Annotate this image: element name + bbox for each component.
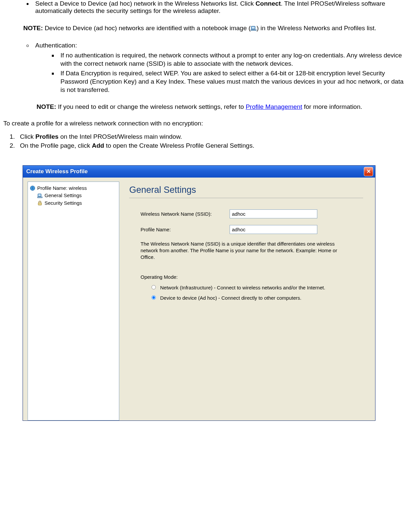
auth-label: Authentication:: [35, 42, 77, 49]
content-panel: General Settings Wireless Network Name (…: [119, 182, 370, 420]
list-item: Authentication: If no authentication is …: [33, 42, 409, 94]
dialog-body: Profile Name: wireless General Settings …: [23, 178, 375, 420]
text: On the Profile page, click: [20, 142, 92, 149]
dialog-title: Create Wireless Profile: [26, 168, 88, 175]
note-text: for more information.: [302, 103, 362, 110]
create-wireless-profile-dialog: Create Wireless Profile ✕ Profile Name: …: [23, 165, 375, 421]
sidebar-profile-label: Profile Name: wireless: [37, 185, 87, 192]
ssid-description: The Wireless Network Name (SSID) is a un…: [141, 241, 340, 261]
profile-name-row: Profile Name:: [141, 225, 363, 234]
sidebar-general-row[interactable]: General Settings: [37, 192, 117, 199]
lock-icon: [37, 200, 43, 206]
profiles-bold: Profiles: [35, 133, 58, 140]
radio-adhoc-label: Device to device (Ad hoc) - Connect dire…: [160, 295, 301, 301]
svg-rect-1: [252, 27, 255, 29]
profile-name-label: Profile Name:: [141, 227, 230, 232]
ssid-row: Wireless Network Name (SSID):: [141, 209, 363, 218]
note-label: NOTE:: [23, 25, 43, 32]
note-adhoc-icon: NOTE: Device to Device (ad hoc) networks…: [23, 24, 409, 33]
sidebar-security-label: Security Settings: [45, 199, 82, 207]
svg-rect-5: [39, 194, 41, 196]
notebook-icon: [251, 25, 257, 30]
radio-infrastructure[interactable]: [152, 285, 156, 289]
dialog-screenshot: Create Wireless Profile ✕ Profile Name: …: [23, 165, 409, 421]
radio-adhoc-row[interactable]: Device to device (Ad hoc) - Connect dire…: [150, 295, 336, 301]
radio-infrastructure-row[interactable]: Network (Infrastructure) - Connect to wi…: [150, 284, 336, 291]
radio-adhoc[interactable]: [152, 295, 156, 300]
text: to open the Create Wireless Profile Gene…: [104, 142, 254, 149]
close-button[interactable]: ✕: [364, 167, 373, 176]
list-item: Select a Device to Device (ad hoc) netwo…: [33, 0, 409, 15]
svg-rect-2: [251, 30, 257, 31]
text: on the Intel PROSet/Wireless main window…: [58, 133, 182, 140]
text: Select a Device to Device (ad hoc) netwo…: [35, 0, 256, 7]
add-bold: Add: [92, 142, 104, 149]
sidebar-general-label: General Settings: [45, 192, 82, 199]
sidebar: Profile Name: wireless General Settings …: [28, 182, 119, 420]
sidebar-profile-row[interactable]: Profile Name: wireless: [30, 185, 117, 192]
globe-icon: [30, 186, 35, 191]
notebook-icon: [37, 193, 43, 198]
profile-name-input[interactable]: [230, 225, 317, 234]
note-text: If you need to edit or change the wirele…: [56, 103, 246, 110]
titlebar: Create Wireless Profile ✕: [23, 166, 375, 178]
note-profile-mgmt: NOTE: If you need to edit or change the …: [37, 103, 409, 111]
list-item: If Data Encryption is required, select W…: [58, 69, 409, 94]
radio-infrastructure-label: Network (Infrastructure) - Connect to wi…: [160, 284, 325, 291]
auth-list: Authentication: If no authentication is …: [3, 42, 409, 94]
form-area: Wireless Network Name (SSID): Profile Na…: [129, 209, 363, 301]
intro-text: To create a profile for a wireless netwo…: [3, 120, 409, 127]
ad-hoc-select-list: Select a Device to Device (ad hoc) netwo…: [3, 0, 409, 15]
profile-management-link[interactable]: Profile Management: [246, 103, 302, 110]
list-item: On the Profile page, click Add to open t…: [17, 141, 409, 150]
ssid-label: Wireless Network Name (SSID):: [141, 211, 230, 217]
sidebar-security-row[interactable]: Security Settings: [37, 199, 117, 207]
list-item: If no authentication is required, the ne…: [58, 51, 409, 68]
svg-rect-7: [38, 203, 42, 205]
svg-rect-6: [37, 197, 43, 198]
ssid-input[interactable]: [230, 209, 317, 218]
note-text: Device to Device (ad hoc) networks are i…: [43, 25, 251, 32]
content-title: General Settings: [129, 185, 363, 198]
connect-bold: Connect: [256, 0, 281, 7]
text: Click: [20, 133, 35, 140]
close-icon: ✕: [366, 168, 371, 175]
note-text: ) in the Wireless Networks and Profiles …: [257, 25, 376, 32]
note-label: NOTE:: [37, 103, 56, 110]
auth-sublist: If no authentication is required, the ne…: [35, 51, 409, 94]
list-item: Click Profiles on the Intel PROSet/Wirel…: [17, 132, 409, 141]
steps-list: Click Profiles on the Intel PROSet/Wirel…: [3, 132, 409, 150]
operating-mode-label: Operating Mode:: [141, 274, 363, 280]
